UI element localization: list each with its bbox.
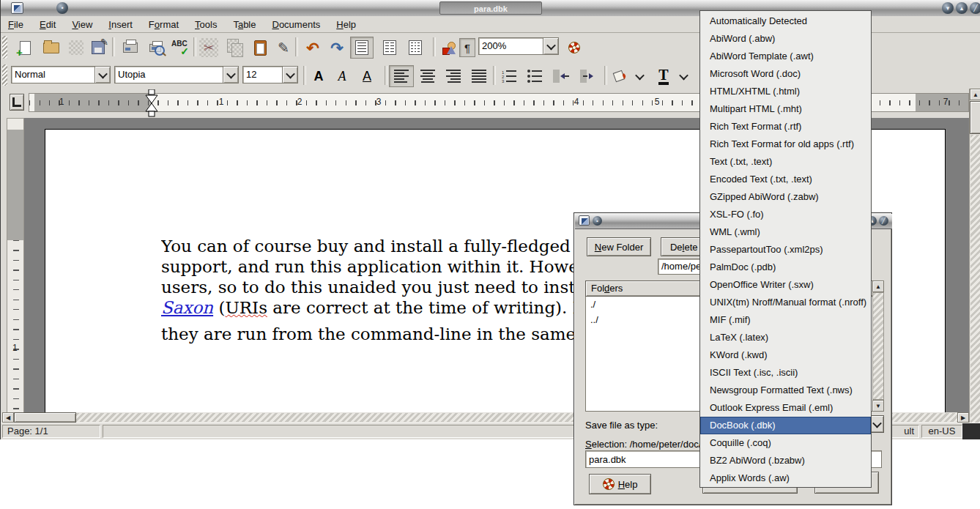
align-justify-button[interactable] <box>467 65 491 87</box>
save-as-button[interactable]: ✎ <box>87 37 109 59</box>
font-color-dropdown[interactable] <box>676 65 691 87</box>
zoom-combo[interactable]: 200% <box>478 37 559 55</box>
font-color-button[interactable]: T <box>653 65 675 87</box>
format-option[interactable]: Newsgroup Formatted Text (.nws) <box>700 382 871 399</box>
window-menu-button[interactable]: • <box>56 2 68 14</box>
folders-list-header[interactable]: Folders <box>585 280 702 297</box>
font-dropdown-button[interactable] <box>223 67 238 83</box>
format-option[interactable]: UNIX(tm) Nroff/Manual format (.nroff) <box>700 294 871 311</box>
format-option[interactable]: AbiWord Template (.awt) <box>700 48 871 65</box>
folders-list[interactable]: ./ ../ <box>585 297 702 412</box>
scrollbar-trough[interactable] <box>970 135 980 423</box>
toolbar-grip[interactable] <box>2 36 7 59</box>
hyperlink-saxon[interactable]: Saxon <box>161 298 213 317</box>
format-option[interactable]: Automatically Detected <box>700 12 871 30</box>
hscrollbar-thumb[interactable] <box>14 412 76 423</box>
two-columns-button[interactable] <box>379 37 401 59</box>
files-scrollbar-trough[interactable] <box>872 292 884 400</box>
new-folder-button[interactable]: New Folder <box>587 237 651 256</box>
dialog-close-button[interactable]: ╱ <box>879 216 888 226</box>
format-option[interactable]: GZipped AbiWord (.zabw) <box>700 188 871 206</box>
format-option[interactable]: WML (.wml) <box>700 223 871 241</box>
indent-marker[interactable] <box>145 89 158 117</box>
dialog-menu-button[interactable]: • <box>593 216 602 226</box>
show-shapes-button[interactable] <box>437 37 459 59</box>
align-left-button-active[interactable] <box>389 65 414 87</box>
zoom-dropdown-button[interactable] <box>543 38 558 54</box>
underline-button[interactable]: A <box>357 65 377 87</box>
font-size-combo[interactable]: 12 <box>242 66 298 83</box>
menu-item[interactable]: Help <box>336 19 356 30</box>
increase-indent-button[interactable] <box>575 65 601 87</box>
format-option[interactable]: HTML/XHTML (.html) <box>700 83 871 100</box>
scroll-right-button[interactable]: ▶ <box>957 412 969 423</box>
new-document-button[interactable]: + <box>14 37 36 59</box>
one-column-button-active[interactable] <box>350 37 374 59</box>
format-option[interactable]: Rich Text Format for old apps (.rtf) <box>700 135 871 153</box>
toolbar-grip[interactable] <box>2 64 7 86</box>
scroll-left-button[interactable]: ◀ <box>2 412 14 423</box>
format-option[interactable]: MIF (.mif) <box>700 311 871 329</box>
format-option[interactable]: DocBook (.dbk) <box>700 417 871 434</box>
format-option[interactable]: XSL-FO (.fo) <box>700 206 871 223</box>
maximize-button[interactable]: ▴ <box>956 2 968 14</box>
folder-list-item[interactable]: ./ <box>586 297 702 312</box>
open-button[interactable] <box>40 37 62 59</box>
font-size-dropdown-button[interactable] <box>282 67 297 83</box>
format-option[interactable]: ISCII Text (.isc, .iscii) <box>700 364 871 382</box>
scrollbar-thumb[interactable] <box>970 101 980 134</box>
style-dropdown-button[interactable] <box>94 67 110 83</box>
menu-item[interactable]: Documents <box>272 19 321 30</box>
format-option[interactable]: BZ2 AbiWord (.bzabw) <box>700 452 871 469</box>
menu-item[interactable]: File <box>8 19 23 30</box>
highlight-color-dropdown[interactable] <box>632 65 647 87</box>
print-button[interactable] <box>119 37 141 59</box>
resize-grip[interactable] <box>962 423 980 439</box>
format-option[interactable]: Applix Words (.aw) <box>700 469 871 487</box>
format-option[interactable]: KWord (.kwd) <box>700 346 871 364</box>
show-paragraphs-button[interactable]: ¶ <box>459 38 475 57</box>
bold-button[interactable]: A <box>308 65 329 87</box>
spellcheck-button[interactable]: ABC ✓ <box>169 37 191 59</box>
format-option[interactable]: Multipart HTML (.mht) <box>700 100 871 118</box>
format-option[interactable]: Outlook Express Email (.eml) <box>700 399 871 417</box>
scroll-up-button[interactable]: ▲ <box>970 89 980 100</box>
print-preview-button[interactable] <box>144 37 166 59</box>
format-option[interactable]: Microsoft Word (.doc) <box>700 65 871 83</box>
style-combo[interactable]: Normal <box>11 66 111 83</box>
menu-item[interactable]: Edit <box>40 19 56 30</box>
font-combo[interactable]: Utopia <box>114 66 239 83</box>
decrease-indent-button[interactable] <box>548 65 574 87</box>
three-columns-button[interactable] <box>404 37 426 59</box>
format-option[interactable]: Text (.txt, .text) <box>700 153 871 171</box>
close-button[interactable]: ╱ <box>970 2 980 14</box>
format-option[interactable]: AbiWord (.abw) <box>700 30 871 48</box>
format-option[interactable]: Coquille (.coq) <box>700 434 871 452</box>
minimize-button[interactable]: ▾ <box>942 2 954 14</box>
menu-item[interactable]: View <box>72 19 92 30</box>
folder-list-item[interactable]: ../ <box>586 312 702 327</box>
files-scroll-up-button[interactable]: ▲ <box>872 280 884 292</box>
paste-button[interactable] <box>249 37 271 59</box>
help-button[interactable]: Help <box>589 474 651 494</box>
undo-button[interactable]: ↶ <box>302 37 324 59</box>
align-center-button[interactable] <box>415 65 440 87</box>
tab-stop-selector[interactable] <box>10 94 24 111</box>
numbered-list-button[interactable]: 123 <box>497 65 521 87</box>
vertical-ruler[interactable]: 1 <box>7 118 24 423</box>
format-option[interactable]: Rich Text Format (.rtf) <box>700 118 871 135</box>
format-option[interactable]: Encoded Text (.txt, .text) <box>700 171 871 188</box>
menu-item[interactable]: Insert <box>108 19 133 30</box>
help-button-toolbar[interactable] <box>563 37 585 59</box>
format-option[interactable]: PalmDoc (.pdb) <box>700 259 871 276</box>
bullet-list-button[interactable] <box>522 65 547 87</box>
menu-item[interactable]: Table <box>233 19 256 30</box>
format-option[interactable]: LaTeX (.latex) <box>700 329 871 346</box>
menu-item[interactable]: Format <box>149 19 179 30</box>
status-language-cell[interactable]: en-US <box>921 425 962 438</box>
files-scroll-down-button[interactable]: ▼ <box>872 400 884 412</box>
format-painter-button[interactable]: ✎ <box>272 37 294 59</box>
vertical-scrollbar[interactable]: ▲ <box>969 89 980 423</box>
format-option[interactable]: OpenOffice Writer (.sxw) <box>700 276 871 294</box>
italic-button[interactable]: A <box>332 65 352 87</box>
